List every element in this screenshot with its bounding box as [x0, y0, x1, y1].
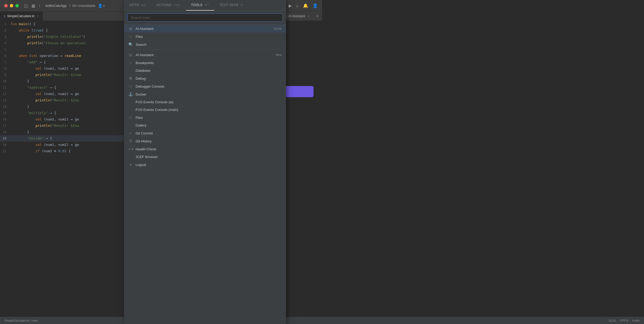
- popup-item-health-check[interactable]: ✓≡ Health Check: [124, 145, 286, 153]
- code-line-15: 15 "multiply" → {: [0, 110, 124, 116]
- git-history-icon: ⏱: [128, 139, 133, 143]
- tab-ai-close[interactable]: ×: [308, 15, 309, 18]
- line-content-15: "multiply" → {: [11, 110, 56, 116]
- code-line-20: 20 val (num1, num2) = ge: [0, 142, 124, 148]
- notification-icon[interactable]: 🔔: [303, 3, 308, 8]
- jcef-label: JCEF Browser: [136, 155, 282, 159]
- line-content-16: val (num1, num2) = ge: [11, 116, 79, 123]
- line-num-12: 12: [0, 91, 11, 97]
- ai-assistant-icon: ◎: [128, 26, 133, 31]
- tab-file-label: SimpleCalculator.kt: [7, 14, 34, 18]
- code-line-2: 2 while (true) {: [0, 27, 124, 34]
- line-num-17: 17: [0, 123, 11, 129]
- line-content-12: val (num1, num2) = ge: [11, 91, 79, 97]
- minimize-button[interactable]: [10, 4, 13, 7]
- tools-label: TOOLS: [191, 3, 203, 7]
- goto-shortcut: ⌘K: [141, 4, 146, 7]
- sidebar-toggle-icon[interactable]: ◫: [24, 3, 28, 8]
- code-line-3: 3 println("Simple Calculator"): [0, 34, 124, 40]
- popup-item-ai-assistant-active[interactable]: ◎ AI Assistant Active: [124, 25, 286, 33]
- line-num-21: 21: [0, 148, 11, 154]
- popup-item-debugger-console[interactable]: □ Debugger Console: [124, 82, 286, 90]
- layout-icon[interactable]: ▦: [32, 3, 35, 8]
- line-num-19: 19: [0, 135, 11, 142]
- line-num-20: 20: [0, 142, 11, 148]
- git-status[interactable]: ⑂ Git Unavailable: [69, 4, 96, 8]
- close-button[interactable]: [4, 4, 8, 7]
- line-num-15: 15: [0, 110, 11, 116]
- docker-label: Docker: [136, 92, 282, 96]
- line-content-6: when (val operation = readLine: [11, 53, 81, 59]
- popup-item-files-2[interactable]: □ Files: [124, 114, 286, 122]
- tab-file[interactable]: K SimpleCalculator.kt ×: [0, 12, 43, 21]
- line-content-9: println("Result: ${num: [11, 72, 81, 78]
- popup-item-gallery[interactable]: Gallery: [124, 122, 286, 129]
- line-num-9: 9: [0, 72, 11, 78]
- popup-tab-actions[interactable]: ACTIONS ⇧⌘K: [151, 0, 186, 11]
- line-content-5: [11, 46, 13, 53]
- git-commit-icon: ✓: [128, 131, 133, 135]
- code-line-5: 5: [0, 46, 124, 53]
- search-icon[interactable]: ⌕: [296, 3, 299, 8]
- line-num-8: 8: [0, 65, 11, 72]
- line-content-18: }: [11, 129, 29, 135]
- popup-item-debug[interactable]: ⚙ Debug: [124, 74, 286, 82]
- line-num-7: 7: [0, 59, 11, 65]
- line-num-1: 1: [0, 21, 11, 27]
- debug-icon: ⚙: [128, 76, 133, 80]
- popup-item-git-commit[interactable]: ✓ Git Commit: [124, 129, 286, 137]
- line-content-21: if (num2 ≠ 0.0) {: [11, 148, 71, 154]
- files-icon-1: □: [128, 34, 133, 39]
- tab-add-button[interactable]: +: [313, 12, 322, 21]
- fus-ai-label: FUS Events Console (ai): [136, 100, 282, 104]
- run-icon[interactable]: ▶: [289, 3, 292, 8]
- line-content-4: println("Choose an operation:: [11, 40, 87, 46]
- code-line-13: 13 println("Result: ${nu: [0, 97, 124, 104]
- popup-item-breakpoints[interactable]: ○ Breakpoints: [124, 59, 286, 67]
- popup-item-database[interactable]: Database: [124, 67, 286, 74]
- popup-item-fus-main[interactable]: FUS Events Console (main): [124, 106, 286, 114]
- popup-item-fus-ai[interactable]: FUS Events Console (ai): [124, 98, 286, 106]
- git-commit-label: Git Commit: [136, 131, 282, 135]
- code-line-9: 9 println("Result: ${num: [0, 72, 124, 78]
- files-label-2: Files: [136, 116, 282, 120]
- app-info: kotlinCalcApp ⑂ Git Unavailable 👤+: [46, 3, 105, 8]
- popup-item-logcat[interactable]: ≡ Logcat: [124, 161, 286, 162]
- ai-assistant-badge: Active: [274, 27, 282, 30]
- fus-main-label: FUS Events Console (main): [136, 108, 282, 112]
- popup-list: ◎ AI Assistant Active □ Files 🔍 Search ◎…: [124, 25, 286, 162]
- files-icon-2: □: [128, 115, 133, 120]
- textsearch-label: TEXT SEAR: [220, 3, 238, 7]
- popup-item-files-1[interactable]: □ Files: [124, 33, 286, 40]
- popup-tab-goto[interactable]: GOTO ⌘K: [124, 0, 151, 11]
- tab-file-close[interactable]: ×: [37, 15, 39, 18]
- popup-tab-tools[interactable]: TOOLS ⌘T: [186, 0, 214, 11]
- code-editor: 1 fun main() { 2 while (true) { 3 printl…: [0, 21, 124, 155]
- maximize-button[interactable]: [15, 4, 19, 7]
- popup-item-docker[interactable]: ⚓ Docker: [124, 90, 286, 98]
- code-line-8: 8 val (num1, num2) = ge: [0, 65, 124, 72]
- popup-item-jcef[interactable]: JCEF Browser: [124, 153, 286, 161]
- line-content-22: println("Result: $: [11, 154, 81, 155]
- search-input[interactable]: [127, 14, 283, 22]
- line-num-4: 4: [0, 40, 11, 46]
- popup-tab-textsearch[interactable]: TEXT SEAR ⌘: [214, 0, 248, 11]
- add-profile-icon[interactable]: 👤+: [98, 3, 105, 8]
- git-status-label: Git Unavailable: [72, 4, 96, 8]
- line-content-20: val (num1, num2) = ge: [11, 142, 79, 148]
- popup-item-ai-assistant-new[interactable]: ◎ AI Assistant New: [124, 51, 286, 59]
- profile-icon[interactable]: 👤: [312, 3, 318, 8]
- grid-icon[interactable]: ⁝: [39, 3, 40, 8]
- popup-item-search[interactable]: 🔍 Search: [124, 40, 286, 48]
- line-num-11: 11: [0, 84, 11, 91]
- traffic-lights: [4, 4, 19, 7]
- line-content-11: "subtract" → {: [11, 84, 56, 91]
- separator-1: [124, 50, 286, 50]
- code-content: 1 fun main() { 2 while (true) { 3 printl…: [0, 21, 124, 155]
- health-check-icon: ✓≡: [128, 147, 133, 151]
- code-line-22: 22 println("Result: $: [0, 154, 124, 155]
- app-name: kotlinCalcApp: [46, 4, 67, 8]
- line-content-13: println("Result: ${nu: [11, 97, 79, 104]
- popup-item-git-history[interactable]: ⏱ Git History: [124, 137, 286, 145]
- code-line-7: 7 "add" → {: [0, 59, 124, 65]
